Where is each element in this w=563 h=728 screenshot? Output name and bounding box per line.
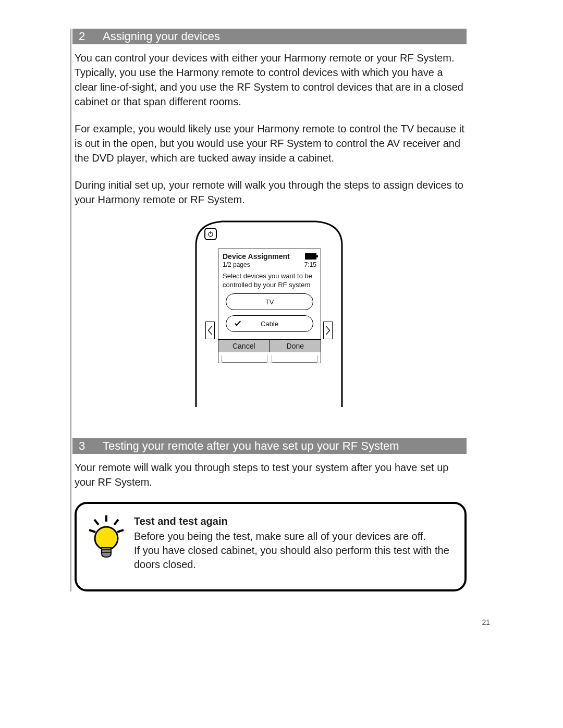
remote-screen: Device Assignment 1/2 pages 7:15 Select … (218, 249, 321, 363)
nav-right-button[interactable] (323, 322, 333, 339)
battery-icon (305, 253, 316, 260)
done-label: Done (287, 342, 304, 350)
svg-line-3 (94, 520, 99, 525)
svg-line-6 (117, 530, 124, 532)
page-content: 2 Assigning your devices You can control… (70, 29, 467, 591)
device-option-tv[interactable]: TV (226, 293, 313, 310)
tip-title: Test and test again (134, 514, 452, 528)
remote-illustration: Device Assignment 1/2 pages 7:15 Select … (186, 219, 352, 407)
screen-pages: 1/2 pages (223, 261, 250, 268)
section-2-para-1: You can control your devices with either… (75, 51, 467, 109)
power-icon (204, 228, 217, 240)
tip-box: Test and test again Before you being the… (75, 502, 467, 591)
tip-line-2: If you have closed cabinet, you should a… (134, 544, 452, 572)
section-3-title: Testing your remote after you have set u… (103, 438, 399, 454)
screen-time: 7:15 (304, 261, 316, 268)
check-icon (234, 319, 242, 327)
nav-left-button[interactable] (205, 322, 215, 339)
lightbulb-icon (86, 514, 127, 561)
section-3-body: Your remote will walk you through steps … (71, 454, 467, 489)
section-2-body: You can control your devices with either… (71, 44, 467, 207)
page-number: 21 (482, 618, 490, 626)
cancel-label: Cancel (232, 342, 255, 350)
done-button[interactable]: Done (270, 340, 321, 352)
section-3-para-1: Your remote will walk you through steps … (75, 460, 467, 489)
svg-point-7 (95, 527, 118, 550)
section-2-para-3: During initial set up, your remote will … (75, 178, 467, 207)
section-2-number: 2 (77, 29, 87, 44)
screen-instruction: Select devices you want to be controlled… (218, 269, 321, 293)
device-option-cable[interactable]: Cable (226, 315, 313, 332)
cancel-button[interactable]: Cancel (218, 340, 270, 352)
screen-title: Device Assignment (223, 252, 290, 261)
tip-line-1: Before you being the test, make sure all… (134, 529, 452, 544)
device-option-cable-label: Cable (261, 320, 278, 328)
svg-line-4 (114, 520, 118, 525)
svg-line-5 (89, 530, 95, 532)
section-2-header: 2 Assigning your devices (72, 29, 467, 44)
section-2-title: Assigning your devices (103, 29, 220, 44)
section-2-para-2: For example, you would likely use your H… (75, 121, 467, 165)
softkey-secondary-row (218, 352, 321, 363)
device-option-tv-label: TV (265, 298, 274, 306)
section-3-header: 3 Testing your remote after you have set… (72, 438, 467, 454)
section-3-number: 3 (77, 438, 87, 454)
